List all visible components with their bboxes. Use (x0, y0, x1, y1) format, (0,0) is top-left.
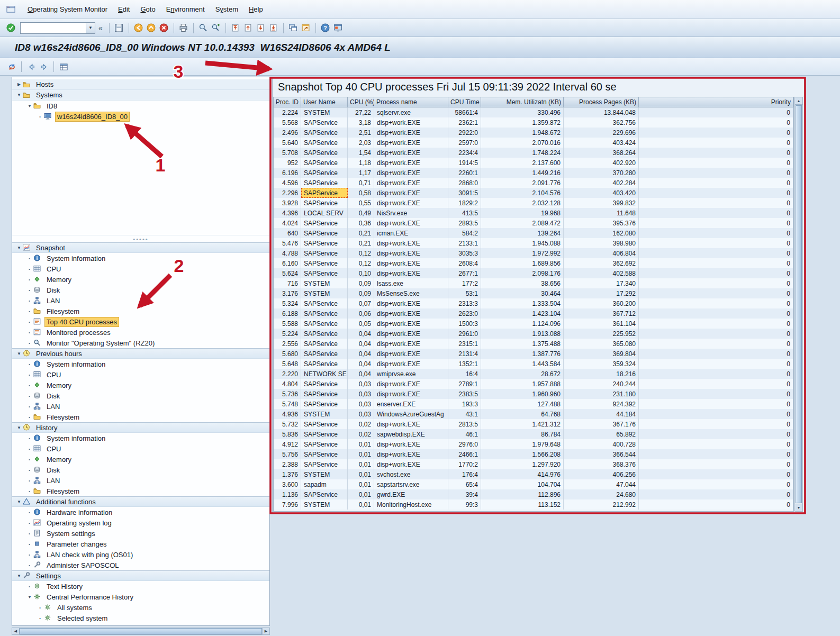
cell-mem-utilizatn-kb-27[interactable]: 1.957.888 (481, 379, 564, 389)
cell-process-pages-kb-32[interactable]: 65.892 (564, 429, 639, 439)
tree-item-hosts[interactable]: ▶Hosts (12, 79, 269, 90)
cell-proc-id-16[interactable]: 5.624 (274, 268, 301, 278)
cell-cpu-time-31[interactable]: 2813:5 (448, 419, 481, 429)
cell-process-pages-kb-6[interactable]: 370.280 (564, 168, 639, 178)
cell-priority-33[interactable]: 0 (639, 439, 793, 449)
cell-cpu-18[interactable]: 0,09 (348, 288, 374, 298)
cell-cpu-39[interactable]: 0,01 (348, 499, 374, 510)
cell-proc-id-23[interactable]: 2.556 (274, 339, 301, 349)
cell-process-name-15[interactable]: disp+work.EXE (374, 258, 448, 268)
scroll-down-icon[interactable]: ▼ (795, 504, 802, 511)
refresh-icon[interactable] (5, 60, 18, 73)
cell-proc-id-3[interactable]: 5.640 (274, 138, 301, 148)
cell-process-name-37[interactable]: sapstartsrv.exe (374, 479, 448, 489)
cell-mem-utilizatn-kb-23[interactable]: 1.375.488 (481, 339, 564, 349)
cell-cpu-9[interactable]: 0,55 (348, 198, 374, 208)
print-icon[interactable] (177, 22, 190, 34)
cell-process-name-29[interactable]: enserver.EXE (374, 399, 448, 409)
save-icon[interactable] (113, 22, 125, 34)
tree-item-disk[interactable]: ·Disk (12, 390, 269, 401)
cancel-icon[interactable] (158, 22, 170, 34)
scroll-left-icon[interactable]: ◀ (12, 628, 20, 634)
cell-process-pages-kb-23[interactable]: 365.080 (564, 339, 639, 349)
cell-mem-utilizatn-kb-1[interactable]: 1.359.872 (481, 117, 564, 128)
cell-proc-id-36[interactable]: 1.376 (274, 469, 301, 479)
cell-mem-utilizatn-kb-26[interactable]: 28.672 (481, 369, 564, 379)
cell-cpu-36[interactable]: 0,01 (348, 469, 374, 479)
cell-user-name-5[interactable]: SAPService (301, 158, 348, 168)
tree-section-snapshot[interactable]: ▼Snapshot (12, 242, 269, 253)
cell-cpu-time-2[interactable]: 2922:0 (448, 128, 481, 138)
cell-user-name-36[interactable]: SYSTEM (301, 469, 348, 479)
cell-process-pages-kb-5[interactable]: 402.920 (564, 158, 639, 168)
cell-cpu-22[interactable]: 0,04 (348, 329, 374, 339)
cell-process-name-4[interactable]: disp+work.EXE (374, 148, 448, 158)
cell-priority-6[interactable]: 0 (639, 168, 793, 178)
cell-process-name-6[interactable]: disp+work.EXE (374, 168, 448, 178)
cell-user-name-34[interactable]: SAPService (301, 449, 348, 459)
cell-proc-id-4[interactable]: 5.708 (274, 148, 301, 158)
cell-cpu-time-11[interactable]: 2893:5 (448, 218, 481, 228)
cell-process-name-35[interactable]: disp+work.EXE (374, 459, 448, 469)
help-icon[interactable]: ? (319, 22, 332, 34)
cell-user-name-17[interactable]: SYSTEM (301, 278, 348, 288)
cell-proc-id-15[interactable]: 6.160 (274, 258, 301, 268)
cell-cpu-time-36[interactable]: 176:4 (448, 469, 481, 479)
new-session-icon[interactable] (287, 22, 300, 34)
cell-process-pages-kb-21[interactable]: 361.104 (564, 319, 639, 329)
cell-user-name-33[interactable]: SAPService (301, 439, 348, 449)
cell-proc-id-22[interactable]: 5.224 (274, 329, 301, 339)
tree-item-all-systems[interactable]: ·All systems (12, 602, 269, 613)
cell-process-name-36[interactable]: svchost.exe (374, 469, 448, 479)
tree-item-system-information[interactable]: ·System information (12, 433, 269, 443)
cell-process-pages-kb-16[interactable]: 402.588 (564, 268, 639, 278)
cell-mem-utilizatn-kb-4[interactable]: 1.748.224 (481, 148, 564, 158)
column-header-process-name[interactable]: Process name (374, 97, 448, 107)
cell-proc-id-28[interactable]: 5.736 (274, 389, 301, 399)
cell-cpu-32[interactable]: 0,02 (348, 429, 374, 439)
cell-user-name-21[interactable]: SAPService (301, 319, 348, 329)
cell-process-pages-kb-28[interactable]: 231.180 (564, 389, 639, 399)
cell-mem-utilizatn-kb-24[interactable]: 1.387.776 (481, 349, 564, 359)
cell-priority-29[interactable]: 0 (639, 399, 793, 409)
cell-cpu-29[interactable]: 0,03 (348, 399, 374, 409)
cell-cpu-time-12[interactable]: 584:2 (448, 228, 481, 238)
cell-process-name-12[interactable]: icman.EXE (374, 228, 448, 238)
collapse-command-field-button[interactable]: « (95, 24, 106, 32)
cell-process-name-34[interactable]: disp+work.EXE (374, 449, 448, 459)
cell-process-pages-kb-8[interactable]: 403.420 (564, 188, 639, 198)
cell-proc-id-30[interactable]: 4.936 (274, 409, 301, 419)
cell-cpu-30[interactable]: 0,03 (348, 409, 374, 419)
tree-item-lan[interactable]: ·LAN (12, 295, 269, 306)
cell-user-name-35[interactable]: SAPService (301, 459, 348, 469)
cell-cpu-13[interactable]: 0,21 (348, 238, 374, 248)
tree-item-administer-saposcol[interactable]: ·Administer SAPOSCOL (12, 560, 269, 570)
cell-proc-id-7[interactable]: 4.596 (274, 178, 301, 188)
tree-item-system-settings[interactable]: ·System settings (12, 528, 269, 539)
cell-process-pages-kb-39[interactable]: 212.992 (564, 499, 639, 510)
cell-process-name-25[interactable]: disp+work.EXE (374, 359, 448, 369)
cell-cpu-23[interactable]: 0,04 (348, 339, 374, 349)
cell-mem-utilizatn-kb-8[interactable]: 2.104.576 (481, 188, 564, 198)
collapse-icon[interactable]: ▼ (15, 574, 23, 578)
cell-cpu-time-26[interactable]: 16:4 (448, 369, 481, 379)
column-header-cpu-time[interactable]: CPU Time (448, 97, 481, 107)
cell-mem-utilizatn-kb-15[interactable]: 1.689.856 (481, 258, 564, 268)
cell-cpu-time-5[interactable]: 1914:5 (448, 158, 481, 168)
cell-process-pages-kb-13[interactable]: 398.980 (564, 238, 639, 248)
cell-proc-id-17[interactable]: 716 (274, 278, 301, 288)
cell-proc-id-33[interactable]: 4.912 (274, 439, 301, 449)
cell-priority-19[interactable]: 0 (639, 298, 793, 308)
cell-cpu-time-22[interactable]: 2961:0 (448, 329, 481, 339)
cell-mem-utilizatn-kb-29[interactable]: 127.488 (481, 399, 564, 409)
column-header-priority[interactable]: Priority (639, 97, 793, 107)
cell-cpu-31[interactable]: 0,02 (348, 419, 374, 429)
horizontal-scrollbar-thumb[interactable] (20, 628, 262, 634)
cell-cpu-time-3[interactable]: 2597:0 (448, 138, 481, 148)
cell-process-name-23[interactable]: disp+work.EXE (374, 339, 448, 349)
cell-mem-utilizatn-kb-20[interactable]: 1.423.104 (481, 308, 564, 319)
cell-cpu-time-14[interactable]: 3035:3 (448, 248, 481, 258)
cell-cpu-26[interactable]: 0,04 (348, 369, 374, 379)
cell-process-name-1[interactable]: disp+work.EXE (374, 117, 448, 128)
cell-proc-id-26[interactable]: 2.220 (274, 369, 301, 379)
